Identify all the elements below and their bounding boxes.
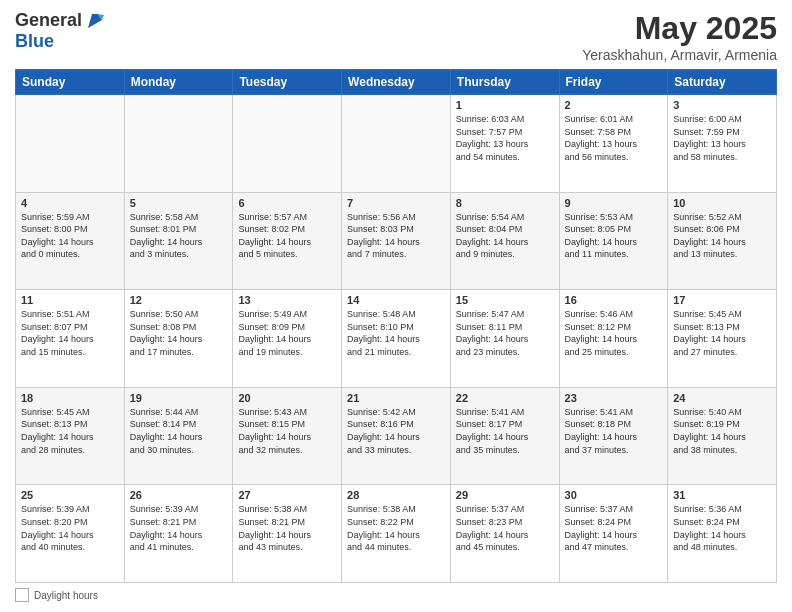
calendar: SundayMondayTuesdayWednesdayThursdayFrid… <box>15 69 777 583</box>
day-number: 3 <box>673 99 771 111</box>
day-number: 11 <box>21 294 119 306</box>
day-info: Sunrise: 5:52 AM Sunset: 8:06 PM Dayligh… <box>673 211 771 261</box>
calendar-cell: 10Sunrise: 5:52 AM Sunset: 8:06 PM Dayli… <box>668 192 777 290</box>
day-number: 21 <box>347 392 445 404</box>
month-title: May 2025 <box>582 10 777 47</box>
calendar-cell: 8Sunrise: 5:54 AM Sunset: 8:04 PM Daylig… <box>450 192 559 290</box>
calendar-cell: 20Sunrise: 5:43 AM Sunset: 8:15 PM Dayli… <box>233 387 342 485</box>
day-number: 10 <box>673 197 771 209</box>
calendar-cell: 15Sunrise: 5:47 AM Sunset: 8:11 PM Dayli… <box>450 290 559 388</box>
logo: General Blue <box>15 10 106 52</box>
day-info: Sunrise: 5:59 AM Sunset: 8:00 PM Dayligh… <box>21 211 119 261</box>
day-info: Sunrise: 5:42 AM Sunset: 8:16 PM Dayligh… <box>347 406 445 456</box>
day-info: Sunrise: 5:37 AM Sunset: 8:23 PM Dayligh… <box>456 503 554 553</box>
day-number: 6 <box>238 197 336 209</box>
calendar-cell: 30Sunrise: 5:37 AM Sunset: 8:24 PM Dayli… <box>559 485 668 583</box>
calendar-cell: 1Sunrise: 6:03 AM Sunset: 7:57 PM Daylig… <box>450 95 559 193</box>
calendar-cell: 6Sunrise: 5:57 AM Sunset: 8:02 PM Daylig… <box>233 192 342 290</box>
calendar-cell: 26Sunrise: 5:39 AM Sunset: 8:21 PM Dayli… <box>124 485 233 583</box>
calendar-cell <box>233 95 342 193</box>
day-info: Sunrise: 5:41 AM Sunset: 8:17 PM Dayligh… <box>456 406 554 456</box>
day-header: Friday <box>559 70 668 95</box>
day-number: 20 <box>238 392 336 404</box>
day-info: Sunrise: 5:50 AM Sunset: 8:08 PM Dayligh… <box>130 308 228 358</box>
day-number: 15 <box>456 294 554 306</box>
day-info: Sunrise: 5:56 AM Sunset: 8:03 PM Dayligh… <box>347 211 445 261</box>
calendar-cell <box>124 95 233 193</box>
day-header: Monday <box>124 70 233 95</box>
footer-box <box>15 588 29 602</box>
logo-blue: Blue <box>15 32 106 52</box>
logo-general: General <box>15 11 82 31</box>
day-info: Sunrise: 5:38 AM Sunset: 8:21 PM Dayligh… <box>238 503 336 553</box>
day-info: Sunrise: 5:40 AM Sunset: 8:19 PM Dayligh… <box>673 406 771 456</box>
calendar-cell <box>342 95 451 193</box>
calendar-cell: 16Sunrise: 5:46 AM Sunset: 8:12 PM Dayli… <box>559 290 668 388</box>
calendar-cell: 23Sunrise: 5:41 AM Sunset: 8:18 PM Dayli… <box>559 387 668 485</box>
calendar-cell: 28Sunrise: 5:38 AM Sunset: 8:22 PM Dayli… <box>342 485 451 583</box>
calendar-cell: 31Sunrise: 5:36 AM Sunset: 8:24 PM Dayli… <box>668 485 777 583</box>
day-info: Sunrise: 5:36 AM Sunset: 8:24 PM Dayligh… <box>673 503 771 553</box>
calendar-cell: 4Sunrise: 5:59 AM Sunset: 8:00 PM Daylig… <box>16 192 125 290</box>
day-number: 26 <box>130 489 228 501</box>
page: General Blue May 2025 Yeraskhahun, Armav… <box>0 0 792 612</box>
day-number: 8 <box>456 197 554 209</box>
calendar-cell: 24Sunrise: 5:40 AM Sunset: 8:19 PM Dayli… <box>668 387 777 485</box>
day-number: 27 <box>238 489 336 501</box>
day-info: Sunrise: 5:57 AM Sunset: 8:02 PM Dayligh… <box>238 211 336 261</box>
day-info: Sunrise: 5:58 AM Sunset: 8:01 PM Dayligh… <box>130 211 228 261</box>
day-number: 24 <box>673 392 771 404</box>
calendar-cell: 17Sunrise: 5:45 AM Sunset: 8:13 PM Dayli… <box>668 290 777 388</box>
logo-icon <box>84 10 106 32</box>
calendar-cell: 29Sunrise: 5:37 AM Sunset: 8:23 PM Dayli… <box>450 485 559 583</box>
day-number: 16 <box>565 294 663 306</box>
day-info: Sunrise: 5:49 AM Sunset: 8:09 PM Dayligh… <box>238 308 336 358</box>
calendar-cell: 19Sunrise: 5:44 AM Sunset: 8:14 PM Dayli… <box>124 387 233 485</box>
day-info: Sunrise: 5:45 AM Sunset: 8:13 PM Dayligh… <box>673 308 771 358</box>
location-title: Yeraskhahun, Armavir, Armenia <box>582 47 777 63</box>
day-info: Sunrise: 5:41 AM Sunset: 8:18 PM Dayligh… <box>565 406 663 456</box>
calendar-cell: 11Sunrise: 5:51 AM Sunset: 8:07 PM Dayli… <box>16 290 125 388</box>
day-header: Tuesday <box>233 70 342 95</box>
day-number: 5 <box>130 197 228 209</box>
calendar-cell: 3Sunrise: 6:00 AM Sunset: 7:59 PM Daylig… <box>668 95 777 193</box>
day-info: Sunrise: 5:51 AM Sunset: 8:07 PM Dayligh… <box>21 308 119 358</box>
day-number: 31 <box>673 489 771 501</box>
calendar-cell <box>16 95 125 193</box>
day-header: Wednesday <box>342 70 451 95</box>
day-number: 14 <box>347 294 445 306</box>
day-number: 25 <box>21 489 119 501</box>
day-number: 4 <box>21 197 119 209</box>
day-number: 28 <box>347 489 445 501</box>
calendar-cell: 14Sunrise: 5:48 AM Sunset: 8:10 PM Dayli… <box>342 290 451 388</box>
calendar-cell: 2Sunrise: 6:01 AM Sunset: 7:58 PM Daylig… <box>559 95 668 193</box>
calendar-cell: 21Sunrise: 5:42 AM Sunset: 8:16 PM Dayli… <box>342 387 451 485</box>
day-info: Sunrise: 6:00 AM Sunset: 7:59 PM Dayligh… <box>673 113 771 163</box>
day-number: 2 <box>565 99 663 111</box>
day-header: Saturday <box>668 70 777 95</box>
day-header: Thursday <box>450 70 559 95</box>
footer: Daylight hours <box>15 588 777 602</box>
day-header: Sunday <box>16 70 125 95</box>
calendar-cell: 9Sunrise: 5:53 AM Sunset: 8:05 PM Daylig… <box>559 192 668 290</box>
day-info: Sunrise: 5:37 AM Sunset: 8:24 PM Dayligh… <box>565 503 663 553</box>
day-info: Sunrise: 5:53 AM Sunset: 8:05 PM Dayligh… <box>565 211 663 261</box>
calendar-cell: 12Sunrise: 5:50 AM Sunset: 8:08 PM Dayli… <box>124 290 233 388</box>
day-info: Sunrise: 5:38 AM Sunset: 8:22 PM Dayligh… <box>347 503 445 553</box>
day-info: Sunrise: 5:39 AM Sunset: 8:20 PM Dayligh… <box>21 503 119 553</box>
day-number: 1 <box>456 99 554 111</box>
day-number: 23 <box>565 392 663 404</box>
day-info: Sunrise: 5:47 AM Sunset: 8:11 PM Dayligh… <box>456 308 554 358</box>
calendar-cell: 18Sunrise: 5:45 AM Sunset: 8:13 PM Dayli… <box>16 387 125 485</box>
title-block: May 2025 Yeraskhahun, Armavir, Armenia <box>582 10 777 63</box>
day-number: 22 <box>456 392 554 404</box>
calendar-cell: 13Sunrise: 5:49 AM Sunset: 8:09 PM Dayli… <box>233 290 342 388</box>
day-info: Sunrise: 6:03 AM Sunset: 7:57 PM Dayligh… <box>456 113 554 163</box>
day-info: Sunrise: 5:45 AM Sunset: 8:13 PM Dayligh… <box>21 406 119 456</box>
calendar-cell: 7Sunrise: 5:56 AM Sunset: 8:03 PM Daylig… <box>342 192 451 290</box>
day-number: 29 <box>456 489 554 501</box>
day-info: Sunrise: 5:44 AM Sunset: 8:14 PM Dayligh… <box>130 406 228 456</box>
day-number: 12 <box>130 294 228 306</box>
day-number: 19 <box>130 392 228 404</box>
calendar-cell: 22Sunrise: 5:41 AM Sunset: 8:17 PM Dayli… <box>450 387 559 485</box>
